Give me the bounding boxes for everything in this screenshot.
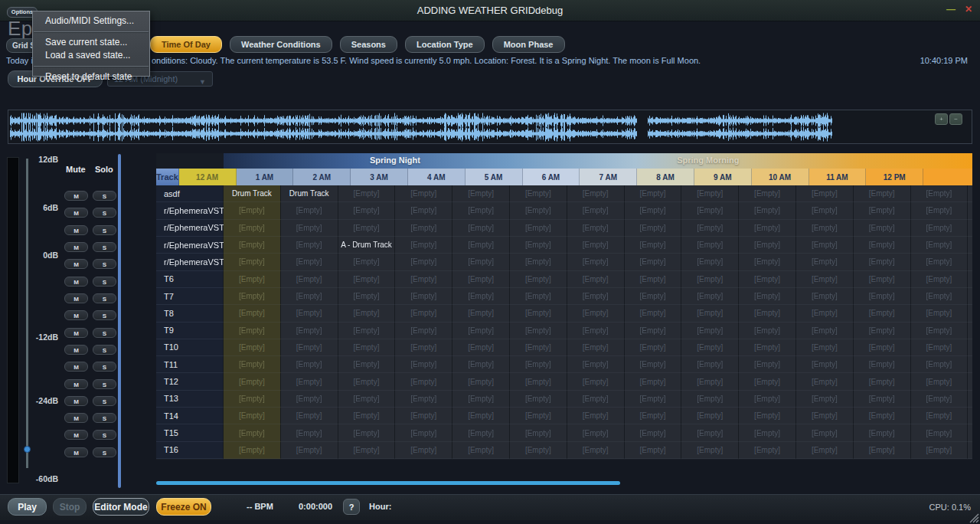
empty-cell[interactable]: [Empty]: [681, 442, 739, 459]
empty-cell[interactable]: [Empty]: [739, 442, 796, 459]
empty-cell[interactable]: [Empty]: [395, 202, 452, 219]
empty-cell[interactable]: [Empty]: [338, 202, 396, 219]
solo-button[interactable]: S: [93, 277, 116, 287]
empty-cell[interactable]: [Empty]: [625, 185, 682, 202]
mute-button[interactable]: M: [64, 396, 88, 406]
empty-cell[interactable]: [Empty]: [567, 442, 625, 459]
empty-cell[interactable]: [Empty]: [796, 271, 854, 288]
empty-cell[interactable]: [Empty]: [739, 323, 796, 339]
empty-cell[interactable]: [Empty]: [338, 373, 396, 390]
empty-cell[interactable]: [Empty]: [739, 254, 796, 270]
track-name[interactable]: T12: [156, 373, 224, 390]
track-name[interactable]: r/EphemeraVST: [156, 254, 224, 270]
empty-cell[interactable]: [Empty]: [395, 237, 452, 254]
empty-cell[interactable]: [Empty]: [625, 254, 682, 270]
tab-time-of-day[interactable]: Time Of Day: [150, 36, 222, 53]
empty-cell[interactable]: [Empty]: [681, 271, 739, 288]
empty-cell[interactable]: [Empty]: [281, 220, 338, 237]
empty-cell[interactable]: [Empty]: [796, 185, 854, 202]
empty-cell[interactable]: [Empty]: [854, 237, 911, 254]
empty-cell[interactable]: [Empty]: [395, 254, 452, 270]
empty-cell[interactable]: [Empty]: [681, 373, 739, 390]
mute-button[interactable]: M: [64, 293, 88, 303]
empty-cell[interactable]: [Empty]: [911, 408, 969, 424]
empty-cell[interactable]: [Empty]: [452, 202, 510, 219]
empty-cell[interactable]: [Empty]: [625, 202, 682, 219]
tab-moon-phase[interactable]: Moon Phase: [492, 36, 565, 53]
empty-cell[interactable]: [Empty]: [854, 202, 911, 219]
empty-cell[interactable]: [Empty]: [911, 391, 969, 408]
mute-button[interactable]: M: [64, 242, 88, 252]
empty-cell[interactable]: [Empty]: [395, 185, 452, 202]
empty-cell[interactable]: [Empty]: [625, 323, 682, 339]
tab-seasons[interactable]: Seasons: [340, 36, 397, 53]
empty-cell[interactable]: [Empty]: [452, 442, 510, 459]
empty-cell[interactable]: [Empty]: [452, 356, 510, 373]
track-name[interactable]: T16: [156, 442, 224, 459]
empty-cell[interactable]: [Empty]: [567, 237, 625, 254]
empty-cell[interactable]: [Empty]: [510, 185, 567, 202]
empty-cell[interactable]: [Empty]: [911, 288, 969, 305]
empty-cell[interactable]: [Empty]: [911, 356, 969, 373]
empty-cell[interactable]: [Empty]: [567, 185, 625, 202]
empty-cell[interactable]: [Empty]: [395, 356, 452, 373]
empty-cell[interactable]: [Empty]: [968, 408, 972, 424]
empty-cell[interactable]: [Empty]: [625, 356, 682, 373]
empty-cell[interactable]: [Empty]: [854, 442, 911, 459]
mute-button[interactable]: M: [64, 345, 88, 355]
empty-cell[interactable]: [Empty]: [281, 356, 338, 373]
empty-cell[interactable]: [Empty]: [281, 305, 338, 322]
empty-cell[interactable]: [Empty]: [854, 220, 911, 237]
resize-grip-icon[interactable]: [967, 511, 979, 523]
empty-cell[interactable]: [Empty]: [911, 442, 969, 459]
empty-cell[interactable]: [Empty]: [281, 408, 338, 424]
editor-mode-button[interactable]: Editor Mode: [93, 498, 149, 516]
empty-cell[interactable]: [Empty]: [625, 442, 682, 459]
empty-cell[interactable]: [Empty]: [281, 373, 338, 390]
clip-cell[interactable]: Drum Track: [224, 185, 281, 202]
empty-cell[interactable]: [Empty]: [510, 339, 567, 356]
empty-cell[interactable]: [Empty]: [224, 356, 281, 373]
empty-cell[interactable]: [Empty]: [281, 339, 338, 356]
empty-cell[interactable]: [Empty]: [452, 339, 510, 356]
empty-cell[interactable]: [Empty]: [911, 271, 969, 288]
empty-cell[interactable]: [Empty]: [968, 442, 972, 459]
waveform-panel[interactable]: + −: [8, 110, 972, 144]
empty-cell[interactable]: [Empty]: [911, 323, 969, 339]
empty-cell[interactable]: [Empty]: [338, 391, 396, 408]
empty-cell[interactable]: [Empty]: [854, 271, 911, 288]
master-fader-handle[interactable]: [24, 446, 31, 453]
solo-button[interactable]: S: [93, 208, 116, 218]
track-name[interactable]: T15: [156, 424, 224, 441]
empty-cell[interactable]: [Empty]: [452, 288, 510, 305]
track-name[interactable]: T13: [156, 391, 224, 408]
empty-cell[interactable]: [Empty]: [338, 254, 396, 270]
mixer-vertical-scrollbar[interactable]: [118, 154, 121, 488]
empty-cell[interactable]: [Empty]: [968, 220, 972, 237]
empty-cell[interactable]: [Empty]: [796, 305, 854, 322]
menu-item-3[interactable]: Reset to default state: [33, 70, 149, 84]
empty-cell[interactable]: [Empty]: [681, 424, 739, 441]
empty-cell[interactable]: [Empty]: [681, 391, 739, 408]
empty-cell[interactable]: [Empty]: [338, 339, 396, 356]
empty-cell[interactable]: [Empty]: [395, 271, 452, 288]
hour-header[interactable]: 12 PM: [866, 169, 923, 185]
empty-cell[interactable]: [Empty]: [338, 271, 396, 288]
empty-cell[interactable]: [Empty]: [854, 356, 911, 373]
hour-header[interactable]: 11 AM: [809, 169, 867, 185]
empty-cell[interactable]: [Empty]: [510, 254, 567, 270]
empty-cell[interactable]: [Empty]: [338, 185, 396, 202]
empty-cell[interactable]: [Empty]: [796, 237, 854, 254]
empty-cell[interactable]: [Empty]: [452, 408, 510, 424]
empty-cell[interactable]: [Empty]: [911, 202, 969, 219]
empty-cell[interactable]: [Empty]: [796, 442, 854, 459]
hour-header[interactable]: 5 AM: [466, 169, 523, 185]
empty-cell[interactable]: [Empty]: [911, 185, 969, 202]
hour-header[interactable]: 7 AM: [580, 169, 637, 185]
empty-cell[interactable]: [Empty]: [224, 424, 281, 441]
empty-cell[interactable]: [Empty]: [567, 220, 625, 237]
empty-cell[interactable]: [Empty]: [911, 424, 969, 441]
empty-cell[interactable]: [Empty]: [338, 305, 396, 322]
empty-cell[interactable]: [Empty]: [625, 288, 682, 305]
menu-item-2[interactable]: Load a saved state...: [33, 49, 149, 62]
